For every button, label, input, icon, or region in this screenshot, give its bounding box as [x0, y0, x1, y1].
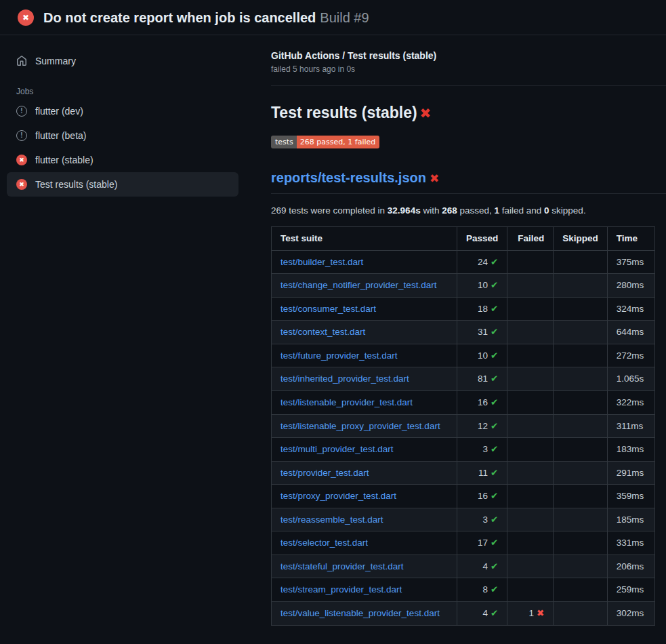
- skipped-cell: [554, 344, 608, 367]
- check-icon: ✔: [491, 538, 498, 548]
- sidebar-item-label: flutter (stable): [35, 155, 93, 165]
- table-row: test/listenable_proxy_provider_test.dart…: [272, 414, 655, 438]
- test-suite-link[interactable]: test/listenable_provider_test.dart: [280, 397, 413, 407]
- suite-cell: test/listenable_proxy_provider_test.dart: [272, 414, 457, 438]
- passed-cell-count: 10: [478, 280, 488, 290]
- time-cell: 280ms: [607, 274, 654, 298]
- passed-cell: 31✔: [457, 321, 507, 344]
- sidebar-item-flutter-beta[interactable]: ! flutter (beta): [7, 123, 238, 148]
- test-suite-link[interactable]: test/inherited_provider_test.dart: [280, 374, 409, 384]
- skipped-cell: [554, 438, 608, 462]
- sidebar-item-summary[interactable]: Summary: [7, 49, 238, 73]
- test-suite-link[interactable]: test/reassemble_test.dart: [280, 515, 383, 525]
- failed-cell: [507, 274, 554, 298]
- passed-cell: 16✔: [457, 390, 507, 414]
- badge-value: 268 passed, 1 failed: [297, 136, 379, 148]
- passed-cell-count: 31: [478, 327, 488, 337]
- check-icon: ✔: [491, 561, 498, 571]
- divider: [271, 85, 666, 86]
- passed-cell-count: 10: [478, 350, 488, 361]
- skipped-cell: [554, 508, 608, 531]
- test-suite-link[interactable]: test/change_notifier_provider_test.dart: [280, 280, 436, 290]
- jobs-section-label: Jobs: [16, 87, 238, 96]
- cross-icon: ✖: [537, 608, 544, 618]
- skipped-cell: [554, 414, 608, 438]
- content-layout: Summary Jobs ! flutter (dev) ! flutter (…: [0, 35, 666, 626]
- suite-cell: test/reassemble_test.dart: [272, 508, 457, 531]
- failed-cell: [507, 344, 554, 367]
- sidebar: Summary Jobs ! flutter (dev) ! flutter (…: [0, 35, 245, 197]
- suite-cell: test/multi_provider_test.dart: [272, 438, 457, 462]
- suite-cell: test/consumer_test.dart: [272, 297, 457, 321]
- passed-cell: 12✔: [457, 414, 507, 438]
- time-cell: 644ms: [607, 321, 654, 344]
- time-cell: 185ms: [607, 508, 654, 531]
- table-row: test/inherited_provider_test.dart81✔1.06…: [272, 367, 655, 391]
- sidebar-item-label: Summary: [35, 56, 76, 66]
- test-suite-link[interactable]: test/provider_test.dart: [280, 468, 369, 478]
- failed-cell: [507, 438, 554, 462]
- passed-cell-count: 3: [482, 515, 488, 525]
- skipped-cell: [554, 578, 608, 602]
- failed-cell: [507, 555, 554, 578]
- summary-skipped-count: 0: [544, 205, 549, 216]
- failed-cell: [507, 414, 554, 438]
- passed-cell: 10✔: [457, 274, 507, 298]
- column-header-skipped: Skipped: [554, 227, 608, 251]
- table-row: test/future_provider_test.dart10✔272ms: [272, 344, 655, 367]
- summary-sentence: 269 tests were completed in 32.964s with…: [271, 205, 666, 216]
- test-suite-link[interactable]: test/builder_test.dart: [280, 257, 363, 267]
- test-suite-link[interactable]: test/value_listenable_provider_test.dart: [280, 608, 440, 618]
- table-row: test/provider_test.dart11✔291ms: [272, 461, 655, 485]
- suite-cell: test/value_listenable_provider_test.dart: [272, 602, 457, 626]
- failed-cell: [507, 390, 554, 414]
- test-suite-link[interactable]: test/context_test.dart: [280, 327, 365, 337]
- test-suite-link[interactable]: test/consumer_test.dart: [280, 304, 376, 314]
- table-row: test/consumer_test.dart18✔324ms: [272, 297, 655, 321]
- check-icon: ✔: [491, 374, 498, 384]
- passed-cell: 24✔: [457, 250, 507, 274]
- check-icon: ✔: [491, 444, 498, 454]
- passed-cell-count: 17: [478, 538, 488, 548]
- test-suite-link[interactable]: test/stream_provider_test.dart: [280, 584, 402, 595]
- time-cell: 324ms: [607, 297, 654, 321]
- passed-cell-count: 16: [478, 491, 488, 501]
- suite-cell: test/listenable_provider_test.dart: [272, 390, 457, 414]
- table-row: test/change_notifier_provider_test.dart1…: [272, 274, 655, 298]
- test-suite-link[interactable]: test/listenable_proxy_provider_test.dart: [280, 421, 440, 431]
- skipped-cell: [554, 485, 608, 508]
- failed-cell: [507, 578, 554, 602]
- section-title: Test results (stable)✖: [271, 104, 666, 122]
- failed-cell-count: 1: [528, 608, 534, 618]
- test-suite-link[interactable]: test/multi_provider_test.dart: [280, 444, 394, 454]
- table-row: test/multi_provider_test.dart3✔183ms: [272, 438, 655, 462]
- failed-cell: [507, 297, 554, 321]
- sidebar-item-flutter-dev[interactable]: ! flutter (dev): [7, 99, 238, 123]
- passed-cell: 3✔: [457, 508, 507, 531]
- summary-failed-count: 1: [495, 205, 500, 216]
- passed-cell: 10✔: [457, 344, 507, 367]
- time-cell: 183ms: [607, 438, 654, 462]
- report-link[interactable]: reports/test-results.json: [271, 170, 426, 185]
- passed-cell-count: 24: [478, 257, 488, 267]
- skipped-cell: [554, 274, 608, 298]
- summary-passed-count: 268: [442, 205, 457, 216]
- failed-status-icon: ✖: [16, 155, 27, 165]
- test-suite-link[interactable]: test/future_provider_test.dart: [280, 350, 398, 361]
- sidebar-item-test-results-stable[interactable]: ✖ Test results (stable): [7, 172, 238, 197]
- suite-cell: test/inherited_provider_test.dart: [272, 367, 457, 391]
- passed-cell-count: 18: [478, 304, 488, 314]
- suite-cell: test/future_provider_test.dart: [272, 344, 457, 367]
- test-suite-link[interactable]: test/stateful_provider_test.dart: [280, 561, 404, 571]
- passed-cell-count: 4: [482, 608, 488, 618]
- results-table-head: Test suitePassedFailedSkippedTime: [272, 227, 655, 251]
- failed-cell: [507, 367, 554, 391]
- badge-label: tests: [271, 136, 297, 148]
- run-meta: failed 5 hours ago in 0s: [271, 64, 666, 74]
- suite-cell: test/provider_test.dart: [272, 461, 457, 485]
- suite-cell: test/builder_test.dart: [272, 250, 457, 274]
- test-suite-link[interactable]: test/proxy_provider_test.dart: [280, 491, 396, 501]
- failed-cell: [507, 321, 554, 344]
- test-suite-link[interactable]: test/selector_test.dart: [280, 538, 368, 548]
- sidebar-item-flutter-stable[interactable]: ✖ flutter (stable): [7, 148, 238, 172]
